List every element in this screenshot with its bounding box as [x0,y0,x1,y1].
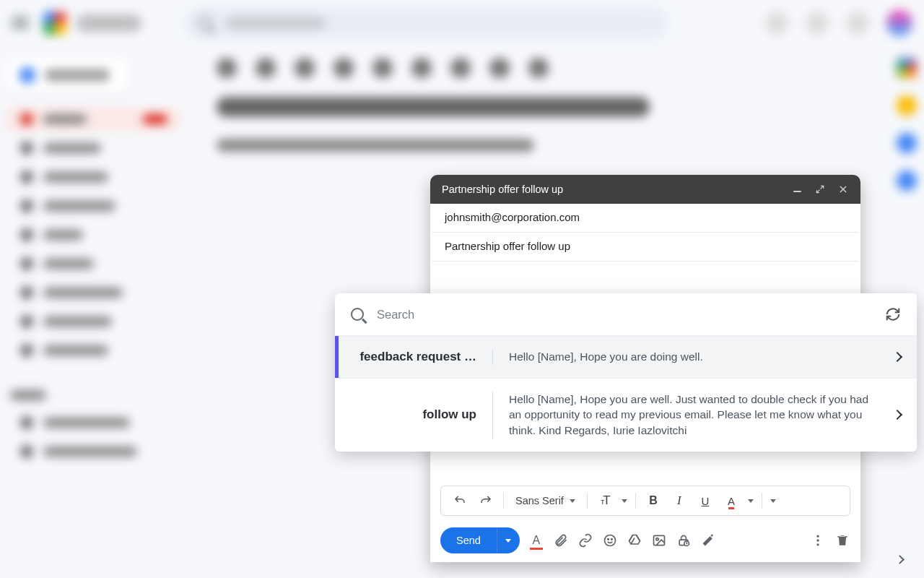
underline-button[interactable]: U [694,490,717,512]
redo-button[interactable] [474,490,497,512]
template-search-input[interactable] [377,308,872,322]
chevron-right-icon [892,352,902,362]
svg-point-8 [816,539,819,541]
italic-button[interactable]: I [668,490,691,512]
sidebar [0,52,188,470]
brand-text [77,14,141,32]
compose-titlebar[interactable]: Partnership offer follow up [430,175,860,204]
template-preview: Hello [Name], Hope you are well. Just wa… [509,392,878,439]
close-icon[interactable] [837,184,849,195]
subject-field[interactable]: Partnership offer follow up [432,233,859,262]
search-icon [198,16,212,30]
template-search-row [335,293,917,335]
link-icon[interactable] [578,532,593,548]
menu-icon [12,17,29,30]
svg-point-1 [608,539,609,540]
expand-chevron-icon[interactable] [889,549,910,569]
more-options-icon[interactable] [810,532,826,548]
compose-title: Partnership offer follow up [442,184,780,195]
to-field[interactable]: johnsmith@corporation.com [432,204,859,233]
template-panel: feedback request … Hello [Name], Hope yo… [335,293,917,452]
svg-point-4 [656,538,658,540]
font-label: Sans Serif [515,495,564,506]
emoji-icon[interactable] [602,532,618,548]
send-options-button[interactable] [497,527,520,553]
signature-icon[interactable] [700,532,716,548]
confidential-icon[interactable] [676,532,692,548]
thread-view [217,58,895,152]
topbar [0,0,924,46]
font-select[interactable]: Sans Serif [510,495,581,506]
font-size-caret[interactable] [619,490,629,512]
refresh-icon[interactable] [885,306,901,322]
font-size-button[interactable]: тT [593,490,616,512]
discard-icon[interactable] [834,532,850,548]
more-format-caret[interactable] [768,490,778,512]
bold-button[interactable]: B [642,490,665,512]
drive-icon[interactable] [627,532,642,548]
format-toolbar: Sans Serif тT B I U A [440,486,850,516]
undo-button[interactable] [448,490,471,512]
image-icon[interactable] [651,532,667,548]
template-name: follow up [352,407,476,422]
template-item[interactable]: feedback request … Hello [Name], Hope yo… [335,335,917,378]
svg-point-0 [604,535,615,546]
template-item[interactable]: follow up Hello [Name], Hope you are wel… [335,378,917,452]
svg-point-7 [816,535,819,538]
send-button[interactable]: Send [440,527,497,553]
attach-icon[interactable] [553,532,569,548]
template-preview: Hello [Name], Hope you are doing well. [509,349,878,365]
side-apps [897,58,917,191]
text-color-button[interactable]: A [720,490,743,512]
avatar [886,10,912,36]
chevron-right-icon [892,410,902,420]
compose-actions: Send A [430,523,860,562]
svg-point-2 [611,539,613,540]
search-icon [351,308,364,321]
global-search [185,7,668,40]
send-split-button: Send [440,527,520,553]
fullscreen-icon[interactable] [814,184,826,195]
text-color-caret[interactable] [746,490,756,512]
format-toggle-button[interactable]: A [528,532,544,548]
gmail-logo [43,12,66,35]
template-name: feedback request … [352,350,476,364]
svg-point-9 [816,543,819,545]
compose-button [6,58,128,92]
minimize-icon[interactable] [791,184,803,195]
